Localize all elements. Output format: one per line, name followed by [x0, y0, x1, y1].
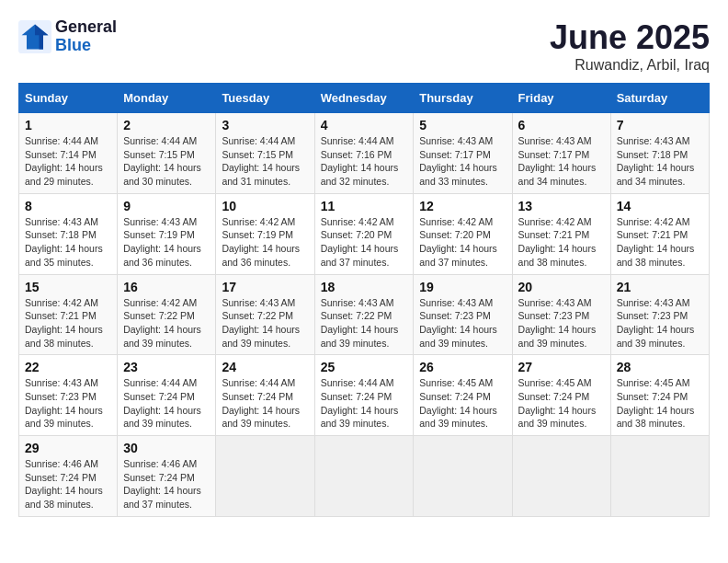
day-number: 24 — [222, 360, 308, 374]
day-number: 11 — [321, 199, 408, 213]
col-wednesday: Wednesday — [314, 84, 414, 113]
calendar-cell: 20Sunrise: 4:43 AMSunset: 7:23 PMDayligh… — [512, 274, 610, 355]
day-number: 4 — [321, 118, 408, 132]
header-row: Sunday Monday Tuesday Wednesday Thursday… — [19, 84, 710, 113]
day-info: Sunrise: 4:42 AMSunset: 7:21 PMDaylight:… — [518, 216, 597, 268]
calendar-cell: 2Sunrise: 4:44 AMSunset: 7:15 PMDaylight… — [118, 113, 216, 194]
calendar-cell: 19Sunrise: 4:43 AMSunset: 7:23 PMDayligh… — [414, 274, 512, 355]
calendar-cell — [314, 436, 414, 517]
calendar-cell: 12Sunrise: 4:42 AMSunset: 7:20 PMDayligh… — [414, 193, 512, 274]
calendar-cell — [414, 436, 512, 517]
calendar-table: Sunday Monday Tuesday Wednesday Thursday… — [18, 83, 710, 517]
col-monday: Monday — [118, 84, 216, 113]
day-info: Sunrise: 4:43 AMSunset: 7:17 PMDaylight:… — [419, 135, 497, 187]
day-info: Sunrise: 4:42 AMSunset: 7:20 PMDaylight:… — [321, 216, 399, 268]
day-info: Sunrise: 4:43 AMSunset: 7:19 PMDaylight:… — [123, 216, 201, 268]
calendar-cell: 30Sunrise: 4:46 AMSunset: 7:24 PMDayligh… — [118, 436, 216, 517]
col-sunday: Sunday — [19, 84, 118, 113]
calendar-cell: 29Sunrise: 4:46 AMSunset: 7:24 PMDayligh… — [19, 436, 118, 517]
day-number: 26 — [419, 360, 506, 374]
day-number: 28 — [617, 360, 703, 374]
calendar-cell: 10Sunrise: 4:42 AMSunset: 7:19 PMDayligh… — [216, 193, 314, 274]
day-number: 8 — [25, 199, 111, 213]
calendar-cell — [512, 436, 610, 517]
calendar-cell: 26Sunrise: 4:45 AMSunset: 7:24 PMDayligh… — [414, 355, 512, 436]
calendar-cell: 25Sunrise: 4:44 AMSunset: 7:24 PMDayligh… — [314, 355, 414, 436]
day-info: Sunrise: 4:43 AMSunset: 7:18 PMDaylight:… — [617, 135, 695, 187]
day-number: 7 — [617, 118, 703, 132]
day-info: Sunrise: 4:43 AMSunset: 7:18 PMDaylight:… — [25, 216, 103, 268]
logo-icon — [18, 20, 51, 53]
day-number: 5 — [419, 118, 506, 132]
week-row-0: 1Sunrise: 4:44 AMSunset: 7:14 PMDaylight… — [19, 113, 710, 194]
day-info: Sunrise: 4:42 AMSunset: 7:22 PMDaylight:… — [123, 297, 201, 349]
day-number: 10 — [222, 199, 308, 213]
day-info: Sunrise: 4:45 AMSunset: 7:24 PMDaylight:… — [617, 377, 695, 429]
day-info: Sunrise: 4:43 AMSunset: 7:23 PMDaylight:… — [518, 297, 597, 349]
day-info: Sunrise: 4:46 AMSunset: 7:24 PMDaylight:… — [25, 458, 103, 510]
week-row-3: 22Sunrise: 4:43 AMSunset: 7:23 PMDayligh… — [19, 355, 710, 436]
col-tuesday: Tuesday — [216, 84, 314, 113]
day-info: Sunrise: 4:44 AMSunset: 7:16 PMDaylight:… — [321, 135, 399, 187]
calendar-title: June 2025 — [550, 18, 710, 57]
calendar-cell: 4Sunrise: 4:44 AMSunset: 7:16 PMDaylight… — [314, 113, 414, 194]
calendar-cell: 3Sunrise: 4:44 AMSunset: 7:15 PMDaylight… — [216, 113, 314, 194]
day-info: Sunrise: 4:44 AMSunset: 7:24 PMDaylight:… — [123, 377, 201, 429]
day-info: Sunrise: 4:42 AMSunset: 7:19 PMDaylight:… — [222, 216, 300, 268]
calendar-cell: 5Sunrise: 4:43 AMSunset: 7:17 PMDaylight… — [414, 113, 512, 194]
day-number: 16 — [123, 280, 210, 294]
col-thursday: Thursday — [414, 84, 512, 113]
day-number: 18 — [321, 280, 408, 294]
week-row-1: 8Sunrise: 4:43 AMSunset: 7:18 PMDaylight… — [19, 193, 710, 274]
calendar-cell — [216, 436, 314, 517]
day-number: 15 — [25, 280, 111, 294]
day-number: 19 — [419, 280, 506, 294]
day-info: Sunrise: 4:42 AMSunset: 7:20 PMDaylight:… — [419, 216, 497, 268]
calendar-cell: 14Sunrise: 4:42 AMSunset: 7:21 PMDayligh… — [610, 193, 709, 274]
day-number: 17 — [222, 280, 308, 294]
calendar-cell: 27Sunrise: 4:45 AMSunset: 7:24 PMDayligh… — [512, 355, 610, 436]
day-info: Sunrise: 4:42 AMSunset: 7:21 PMDaylight:… — [25, 297, 103, 349]
calendar-cell — [610, 436, 709, 517]
calendar-cell: 22Sunrise: 4:43 AMSunset: 7:23 PMDayligh… — [19, 355, 118, 436]
calendar-cell: 1Sunrise: 4:44 AMSunset: 7:14 PMDaylight… — [19, 113, 118, 194]
day-number: 27 — [518, 360, 605, 374]
day-number: 2 — [123, 118, 210, 132]
calendar-cell: 24Sunrise: 4:44 AMSunset: 7:24 PMDayligh… — [216, 355, 314, 436]
day-number: 14 — [617, 199, 703, 213]
calendar-cell: 9Sunrise: 4:43 AMSunset: 7:19 PMDaylight… — [118, 193, 216, 274]
calendar-cell: 11Sunrise: 4:42 AMSunset: 7:20 PMDayligh… — [314, 193, 414, 274]
logo-text: General Blue — [55, 18, 117, 55]
day-info: Sunrise: 4:45 AMSunset: 7:24 PMDaylight:… — [419, 377, 497, 429]
day-info: Sunrise: 4:43 AMSunset: 7:23 PMDaylight:… — [25, 377, 103, 429]
col-friday: Friday — [512, 84, 610, 113]
calendar-cell: 21Sunrise: 4:43 AMSunset: 7:23 PMDayligh… — [610, 274, 709, 355]
calendar-cell: 15Sunrise: 4:42 AMSunset: 7:21 PMDayligh… — [19, 274, 118, 355]
calendar-cell: 16Sunrise: 4:42 AMSunset: 7:22 PMDayligh… — [118, 274, 216, 355]
day-info: Sunrise: 4:43 AMSunset: 7:22 PMDaylight:… — [321, 297, 399, 349]
day-info: Sunrise: 4:43 AMSunset: 7:23 PMDaylight:… — [617, 297, 695, 349]
day-number: 21 — [617, 280, 703, 294]
day-number: 20 — [518, 280, 605, 294]
calendar-subtitle: Ruwandiz, Arbil, Iraq — [550, 57, 710, 74]
calendar-cell: 23Sunrise: 4:44 AMSunset: 7:24 PMDayligh… — [118, 355, 216, 436]
week-row-2: 15Sunrise: 4:42 AMSunset: 7:21 PMDayligh… — [19, 274, 710, 355]
day-info: Sunrise: 4:43 AMSunset: 7:17 PMDaylight:… — [518, 135, 597, 187]
day-number: 3 — [222, 118, 308, 132]
calendar-cell: 17Sunrise: 4:43 AMSunset: 7:22 PMDayligh… — [216, 274, 314, 355]
calendar-cell: 13Sunrise: 4:42 AMSunset: 7:21 PMDayligh… — [512, 193, 610, 274]
title-area: June 2025 Ruwandiz, Arbil, Iraq — [550, 18, 710, 74]
calendar-cell: 28Sunrise: 4:45 AMSunset: 7:24 PMDayligh… — [610, 355, 709, 436]
day-info: Sunrise: 4:42 AMSunset: 7:21 PMDaylight:… — [617, 216, 695, 268]
day-number: 9 — [123, 199, 210, 213]
logo-blue: Blue — [55, 37, 117, 55]
col-saturday: Saturday — [610, 84, 709, 113]
header: General Blue June 2025 Ruwandiz, Arbil, … — [18, 18, 710, 74]
day-info: Sunrise: 4:44 AMSunset: 7:24 PMDaylight:… — [222, 377, 300, 429]
calendar-cell: 6Sunrise: 4:43 AMSunset: 7:17 PMDaylight… — [512, 113, 610, 194]
day-number: 23 — [123, 360, 210, 374]
day-info: Sunrise: 4:44 AMSunset: 7:15 PMDaylight:… — [222, 135, 300, 187]
calendar-cell: 7Sunrise: 4:43 AMSunset: 7:18 PMDaylight… — [610, 113, 709, 194]
day-info: Sunrise: 4:44 AMSunset: 7:24 PMDaylight:… — [321, 377, 399, 429]
day-number: 30 — [123, 441, 210, 455]
